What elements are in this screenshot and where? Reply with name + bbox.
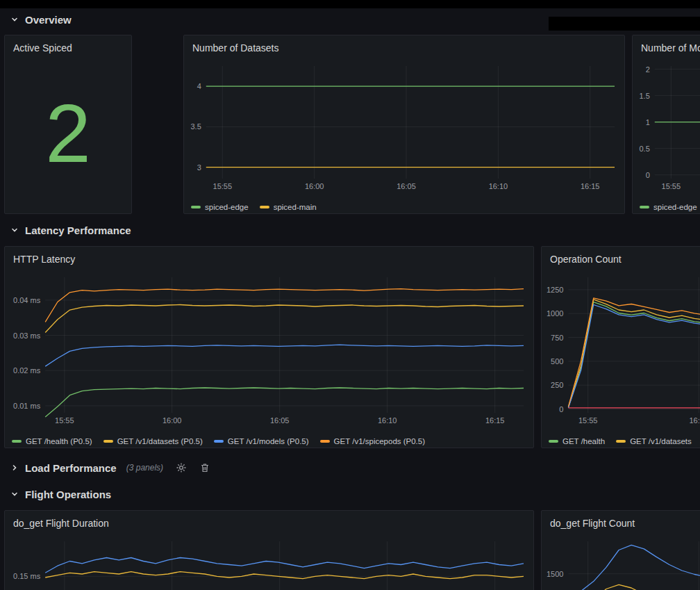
svg-text:0: 0 bbox=[559, 405, 563, 413]
panel-do-get-flight-duration: do_get Flight Duration 0.15 ms15:5516:00… bbox=[4, 510, 534, 590]
panel-number-of-models: Number of Models 00.511.5215:5516:0016:0… bbox=[632, 35, 700, 214]
svg-text:16:00: 16:00 bbox=[689, 416, 700, 425]
panel-title-active-spiced[interactable]: Active Spiced bbox=[5, 35, 131, 60]
legend-item[interactable]: spiced-edge bbox=[640, 203, 697, 211]
section-title: Flight Operations bbox=[25, 489, 111, 500]
panel-operation-count: Operation Count 02505007501000125015:551… bbox=[541, 246, 700, 448]
panel-title-do-get-flight-duration[interactable]: do_get Flight Duration bbox=[5, 511, 533, 536]
section-header-overview[interactable]: Overview bbox=[10, 11, 72, 28]
svg-text:0.03 ms: 0.03 ms bbox=[13, 331, 41, 340]
legend-color-dash bbox=[214, 440, 224, 443]
active-spiced-value: 2 bbox=[5, 60, 131, 206]
svg-text:16:15: 16:15 bbox=[485, 416, 505, 425]
section-title: Latency Performance bbox=[25, 224, 131, 236]
svg-text:16:10: 16:10 bbox=[378, 416, 397, 425]
legend-color-dash bbox=[260, 206, 269, 208]
panel-active-spiced: Active Spiced 2 bbox=[4, 35, 132, 214]
top-strip bbox=[0, 0, 700, 8]
chevron-down-icon bbox=[10, 489, 19, 499]
trash-icon[interactable] bbox=[199, 462, 210, 473]
legend-color-dash bbox=[616, 440, 626, 443]
section-title: Overview bbox=[25, 14, 72, 26]
legend-item[interactable]: GET /v1/datasets bbox=[616, 437, 692, 445]
svg-text:750: 750 bbox=[551, 334, 563, 342]
svg-text:250: 250 bbox=[551, 381, 563, 389]
legend-item[interactable]: spiced-main bbox=[260, 203, 317, 211]
legend-item[interactable]: GET /v1/datasets (P0.5) bbox=[103, 437, 203, 445]
panel-title-number-of-datasets[interactable]: Number of Datasets bbox=[184, 35, 624, 60]
legend-item[interactable]: spiced-edge bbox=[191, 203, 249, 211]
svg-text:16:05: 16:05 bbox=[270, 416, 290, 425]
section-header-load-performance[interactable]: Load Performance (3 panels) bbox=[10, 459, 210, 476]
http-latency-chart: 0.01 ms0.02 ms0.03 ms0.04 ms15:5516:0016… bbox=[5, 272, 533, 448]
svg-text:1500: 1500 bbox=[547, 570, 563, 578]
svg-text:0.04 ms: 0.04 ms bbox=[13, 296, 41, 304]
do-get-flight-count-chart: 150015:5516:0016:0516:1016:15 bbox=[542, 536, 700, 590]
svg-text:2: 2 bbox=[646, 65, 650, 74]
panel-title-number-of-models[interactable]: Number of Models bbox=[633, 35, 700, 60]
gear-icon[interactable] bbox=[176, 462, 187, 473]
number-of-datasets-chart: 33.5415:5516:0016:0516:1016:15spiced-edg… bbox=[184, 60, 624, 213]
svg-text:500: 500 bbox=[551, 357, 563, 366]
svg-text:3.5: 3.5 bbox=[191, 122, 201, 131]
svg-text:4: 4 bbox=[197, 82, 201, 90]
legend-color-dash bbox=[549, 440, 558, 443]
svg-text:0: 0 bbox=[646, 171, 650, 179]
legend-color-dash bbox=[640, 206, 649, 208]
panel-title-do-get-flight-count[interactable]: do_get Flight Count bbox=[542, 511, 700, 536]
svg-text:16:00: 16:00 bbox=[162, 416, 182, 425]
legend-color-dash bbox=[103, 440, 113, 443]
section-header-flight-operations[interactable]: Flight Operations bbox=[10, 486, 111, 502]
legend-item[interactable]: GET /health (P0.5) bbox=[12, 437, 92, 445]
svg-text:15:55: 15:55 bbox=[55, 416, 74, 425]
panel-do-get-flight-count: do_get Flight Count 150015:5516:0016:051… bbox=[541, 510, 700, 590]
legend-item[interactable]: GET /v1/models (P0.5) bbox=[214, 437, 309, 445]
svg-text:16:10: 16:10 bbox=[489, 182, 508, 190]
legend-color-dash bbox=[191, 206, 201, 208]
chevron-down-icon bbox=[10, 225, 19, 235]
svg-text:15:55: 15:55 bbox=[578, 416, 598, 425]
svg-text:0.15 ms: 0.15 ms bbox=[13, 572, 41, 580]
number-of-models-chart: 00.511.5215:5516:0016:0516:1016:15spiced… bbox=[633, 60, 700, 213]
panel-title-operation-count[interactable]: Operation Count bbox=[542, 247, 700, 272]
legend-item[interactable]: GET /v1/spicepods (P0.5) bbox=[320, 437, 425, 445]
section-title: Load Performance bbox=[25, 462, 117, 474]
svg-text:15:55: 15:55 bbox=[662, 182, 681, 190]
svg-text:1: 1 bbox=[646, 118, 650, 126]
svg-text:16:05: 16:05 bbox=[397, 182, 416, 190]
svg-text:1000: 1000 bbox=[547, 309, 563, 318]
panel-count-label: (3 panels) bbox=[126, 463, 163, 473]
legend-color-dash bbox=[12, 440, 22, 443]
svg-text:15:55: 15:55 bbox=[213, 182, 233, 190]
panel-http-latency: HTTP Latency 0.01 ms0.02 ms0.03 ms0.04 m… bbox=[4, 246, 534, 448]
panel-title-http-latency[interactable]: HTTP Latency bbox=[5, 247, 533, 272]
legend-item[interactable]: GET /health bbox=[549, 437, 605, 445]
operation-count-chart: 02505007501000125015:5516:0016:0516:1016… bbox=[542, 272, 700, 448]
svg-text:1250: 1250 bbox=[547, 286, 563, 294]
top-right-black-region bbox=[549, 17, 700, 31]
svg-text:3: 3 bbox=[197, 163, 201, 172]
svg-text:0.01 ms: 0.01 ms bbox=[13, 402, 41, 410]
svg-text:16:15: 16:15 bbox=[581, 182, 600, 190]
chevron-down-icon bbox=[10, 15, 19, 24]
svg-text:1.5: 1.5 bbox=[640, 92, 650, 100]
svg-text:0.5: 0.5 bbox=[640, 145, 650, 153]
panel-number-of-datasets: Number of Datasets 33.5415:5516:0016:051… bbox=[183, 35, 625, 214]
do-get-flight-duration-chart: 0.15 ms15:5516:0016:0516:1016:15 bbox=[5, 536, 533, 590]
section-header-latency-performance[interactable]: Latency Performance bbox=[10, 222, 131, 238]
chevron-right-icon bbox=[10, 463, 19, 473]
legend-color-dash bbox=[320, 440, 330, 443]
svg-text:16:00: 16:00 bbox=[305, 182, 324, 190]
svg-text:0.02 ms: 0.02 ms bbox=[13, 366, 41, 375]
